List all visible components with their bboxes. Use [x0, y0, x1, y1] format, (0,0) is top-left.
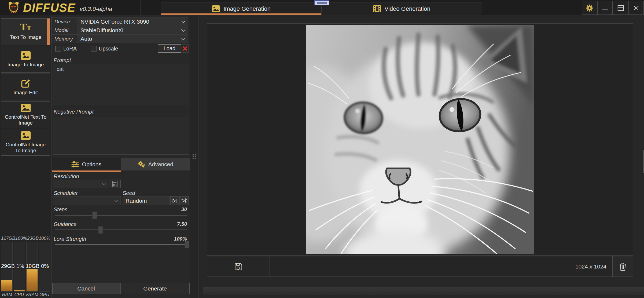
meter-max-values: 127GB 100% 23GB 100%	[1, 236, 50, 241]
gpu-max: 100%	[39, 236, 50, 241]
title-bar: DIFFUSE v0.3.0-alpha Image Generation	[0, 0, 644, 15]
gpu-label: GPU	[38, 292, 50, 297]
load-options-row: LoRA Upscale Load	[51, 44, 188, 53]
image-viewer-area: 1024 x 1024	[198, 15, 644, 298]
gears-icon	[138, 161, 145, 168]
delete-image-button[interactable]	[613, 256, 633, 277]
mode-sidebar: TT Text To Image Image To Image Image Ed…	[0, 15, 51, 298]
device-label: Device	[52, 18, 77, 26]
minimize-icon	[601, 4, 609, 12]
sidebar-item-controlnet-image-to-image[interactable]: ControlNet Image To Image	[1, 129, 50, 156]
generate-button[interactable]: Generate	[120, 283, 190, 294]
save-image-button[interactable]	[207, 256, 270, 277]
settings-button[interactable]	[582, 1, 597, 15]
steps-slider-thumb[interactable]	[92, 212, 97, 219]
maximize-icon	[617, 4, 624, 12]
red-x-icon	[183, 46, 187, 51]
image-icon	[212, 5, 220, 12]
chevron-down-icon	[181, 36, 186, 40]
guidance-slider-group: Guidance 7.50	[51, 221, 190, 234]
tab-advanced[interactable]: Advanced	[121, 158, 190, 170]
resolution-label: Resolution	[54, 173, 79, 180]
meter-current-values: 29GB 1% 10GB 0%	[1, 263, 50, 269]
edit-icon	[21, 79, 31, 88]
sidebar-item-label: Image Edit	[13, 90, 38, 96]
trash-icon	[619, 262, 627, 271]
memory-value: Auto	[80, 36, 182, 42]
device-select[interactable]: NVIDIA GeForce RTX 3090	[77, 18, 188, 26]
gpu-current: 0%	[39, 263, 50, 269]
negative-prompt-input[interactable]	[53, 118, 189, 155]
model-value: StableDiffusionXL	[80, 27, 182, 34]
image-icon	[21, 131, 31, 140]
text-to-image-icon: TT	[20, 23, 31, 32]
device-value: NVIDIA GeForce RTX 3090	[80, 19, 182, 25]
image-icon	[21, 51, 31, 60]
save-icon	[234, 262, 243, 271]
diffuse-window: DIFFUSE v0.3.0-alpha Image Generation	[0, 0, 644, 298]
cpu-current: 1%	[15, 263, 26, 269]
vram-label: VRAM	[25, 292, 38, 297]
size-x-separator: x	[590, 263, 593, 270]
seed-input[interactable]: Random	[123, 196, 170, 205]
resolution-calculator-button[interactable]	[109, 180, 121, 188]
tab-video-generation[interactable]: Video Generation	[321, 2, 482, 15]
image-icon	[21, 104, 31, 112]
panel-splitter[interactable]	[190, 15, 198, 298]
close-button[interactable]	[628, 1, 644, 15]
tab-options[interactable]: Options	[52, 158, 121, 170]
reuse-seed-button[interactable]	[170, 196, 179, 205]
cancel-button[interactable]: Cancel	[52, 283, 120, 294]
scheduler-select[interactable]	[53, 196, 121, 205]
thumbnail-strip[interactable]	[203, 287, 644, 295]
sidebar-item-controlnet-text-to-image[interactable]: ControlNet Text To Image	[1, 101, 50, 128]
image-canvas-panel	[207, 23, 633, 256]
meter-names: RAM CPU VRAM GPU	[1, 292, 50, 297]
guidance-value: 7.50	[177, 221, 187, 227]
splitter-grip	[193, 154, 196, 159]
skip-to-end-icon	[172, 198, 178, 204]
guidance-slider-thumb[interactable]	[98, 226, 103, 234]
splitter-collapse-handle[interactable]	[314, 0, 329, 5]
image-height: 1024	[594, 263, 606, 270]
unload-button[interactable]	[182, 44, 189, 53]
scheduler-label: Scheduler	[54, 190, 78, 196]
upscale-checkbox[interactable]	[91, 46, 97, 52]
sidebar-item-label: ControlNet Image To Image	[3, 142, 48, 154]
randomize-seed-button[interactable]	[179, 196, 189, 205]
memory-select[interactable]: Auto	[77, 35, 188, 43]
maximize-button[interactable]	[613, 1, 628, 15]
lora-checkbox[interactable]	[55, 46, 61, 52]
model-select[interactable]: StableDiffusionXL	[77, 26, 188, 34]
sidebar-item-label: ControlNet Text To Image	[3, 114, 48, 126]
load-button[interactable]: Load	[158, 44, 181, 53]
sidebar-item-image-to-image[interactable]: Image To Image	[1, 46, 50, 73]
sidebar-item-text-to-image[interactable]: TT Text To Image	[1, 18, 50, 45]
chevron-down-icon	[102, 181, 106, 185]
tab-image-generation[interactable]: Image Generation	[161, 2, 321, 15]
ram-max: 127GB	[1, 236, 15, 241]
tab-label: Advanced	[148, 161, 173, 168]
cpu-max: 100%	[15, 236, 27, 241]
chevron-down-icon	[181, 19, 186, 23]
steps-slider-track[interactable]	[55, 215, 187, 216]
shuffle-icon	[181, 198, 187, 204]
tab-label: Options	[82, 161, 101, 168]
seed-label: Seed	[123, 190, 135, 196]
scrollbar-thumb[interactable]	[643, 150, 644, 173]
mascot-icon	[6, 1, 21, 15]
cpu-label: CPU	[13, 292, 25, 297]
minimize-button[interactable]	[597, 1, 613, 15]
vram-current: 10GB	[26, 263, 39, 269]
lora-strength-slider-thumb[interactable]	[185, 241, 189, 248]
steps-value: 30	[181, 206, 187, 212]
resolution-select[interactable]	[53, 180, 108, 188]
sidebar-item-image-edit[interactable]: Image Edit	[1, 74, 50, 100]
prompt-input[interactable]: cat	[53, 64, 189, 105]
generation-settings-panel: Device NVIDIA GeForce RTX 3090 Model Sta…	[51, 15, 190, 298]
generated-image[interactable]	[306, 25, 534, 254]
negative-prompt-label: Negative Prompt	[54, 109, 94, 115]
app-logo: DIFFUSE v0.3.0-alpha	[6, 1, 112, 15]
guidance-slider-track[interactable]	[55, 230, 187, 230]
lora-strength-slider-track[interactable]	[55, 244, 187, 245]
